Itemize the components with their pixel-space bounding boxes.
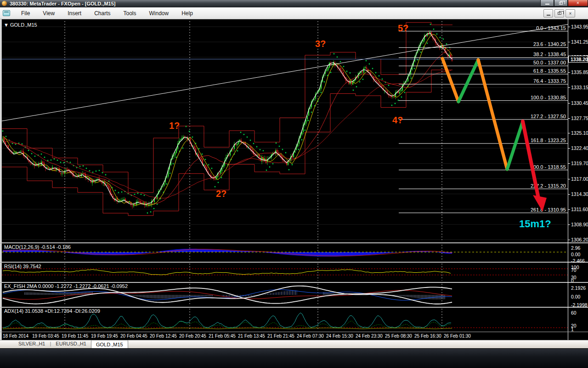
- price-tick-mark: [568, 42, 570, 42]
- window-title: 380330: MetaTrader - FXOpen - [GOLD.,M15…: [10, 1, 115, 6]
- fish-scale-label: 2.1926: [571, 285, 586, 291]
- rsi-scale-label: 0: [571, 278, 574, 283]
- adx-scale-label: 60: [571, 310, 577, 316]
- price-tick-label: 1311.60: [571, 207, 588, 212]
- child-minimize-button[interactable]: [543, 9, 553, 17]
- chart-annotation[interactable]: 5?: [398, 23, 408, 34]
- price-tick-mark: [568, 72, 570, 73]
- fib-level-label: 261.8 - 1310.95: [531, 207, 566, 213]
- price-tick-label: 1343.95: [571, 24, 588, 29]
- fib-level-label: 100.0 - 1330.85: [531, 95, 566, 100]
- price-tick-label: 1306.20: [571, 237, 588, 242]
- menu-charts[interactable]: Charts: [88, 8, 117, 18]
- chart-annotation[interactable]: 15m1?: [519, 218, 551, 230]
- time-label: 19 Feb 11:45: [62, 334, 88, 339]
- time-label: 25 Feb 16:30: [414, 334, 441, 339]
- price-tick-label: 1327.75: [571, 115, 588, 121]
- fisher-label: EX_FISH 2MA 0.0000 -1.2272 -1.2272 -0.06…: [4, 283, 128, 289]
- macd-label: MACD(12,26,9) -0.514 -0.186: [4, 244, 71, 250]
- macd-scale-label: 2.96: [571, 245, 580, 251]
- current-price-box: 1338.20: [568, 56, 588, 63]
- fib-level-label: 61.8 - 1335.55: [533, 68, 566, 74]
- menu-insert[interactable]: Insert: [61, 8, 88, 18]
- fib-level-label: 38.2 - 1338.45: [533, 52, 566, 57]
- price-chart-canvas[interactable]: 0.0 - 1343.1523.6 - 1340.2538.2 - 1338.4…: [2, 19, 568, 242]
- rsi-panel[interactable]: [2, 263, 568, 282]
- price-tick-label: 1325.10: [571, 130, 588, 136]
- time-label: 19 Feb 03:45: [32, 334, 59, 339]
- adx-label: ADX(14) 31.0538 +DI:12.7394 -DI:26.0209: [4, 308, 100, 314]
- metatrader-window: 380330: MetaTrader - FXOpen - [GOLD.,M15…: [0, 0, 588, 368]
- time-label: 24 Feb 15:30: [326, 334, 353, 339]
- price-tick-label: 1341.25: [571, 39, 588, 45]
- price-tick-label: 1314.30: [571, 191, 588, 197]
- fib-level-label: 23.6 - 1340.25: [533, 41, 566, 47]
- price-tick-mark: [568, 27, 570, 27]
- menu-view[interactable]: View: [36, 8, 61, 18]
- price-tick-mark: [568, 194, 570, 195]
- time-label: 24 Feb 07:30: [297, 334, 324, 339]
- price-tick-mark: [568, 87, 570, 88]
- taskbar: e X EN ? ▲ 9:26 26/2/2557: [0, 348, 588, 368]
- fibonacci-retracement[interactable]: 0.0 - 1343.1523.6 - 1340.2538.2 - 1338.4…: [399, 25, 568, 213]
- price-tick-mark: [568, 240, 570, 240]
- time-label: 19 Feb 19:45: [91, 334, 118, 339]
- panel-splitter[interactable]: [0, 242, 588, 243]
- fib-level-label: 200.0 - 1318.55: [531, 164, 566, 170]
- chart-tab-goldm15[interactable]: GOLD.,M15: [91, 340, 128, 348]
- time-label: 25 Feb 08:30: [385, 334, 412, 339]
- price-tick-label: 1308.90: [571, 222, 588, 227]
- chart-tabbar: SILVER.,H1|EURUSD.,H1GOLD.,M15: [0, 340, 588, 348]
- price-tick-mark: [568, 163, 570, 164]
- price-tick-label: 1319.70: [571, 161, 588, 166]
- time-label: 21 Feb 13:45: [238, 334, 265, 339]
- price-tick-mark: [568, 209, 570, 210]
- menu-help[interactable]: Help: [175, 8, 199, 18]
- collapse-arrow-icon: ▼: [4, 22, 10, 28]
- menu-file[interactable]: File: [15, 8, 36, 18]
- rsi-scale-label: 70: [571, 267, 577, 273]
- close-button[interactable]: ×: [568, 0, 588, 6]
- price-tick-mark: [568, 148, 570, 149]
- projection-arrows[interactable]: [442, 58, 547, 212]
- price-tick-mark: [568, 118, 570, 119]
- child-close-button[interactable]: ×: [565, 9, 575, 17]
- chart-tab-silverh1[interactable]: SILVER.,H1: [14, 340, 50, 347]
- chart-tab-eurusdh1[interactable]: EURUSD.,H1: [51, 340, 91, 347]
- fib-level-label: 50.0 - 1337.00: [533, 60, 566, 65]
- child-restore-button[interactable]: [554, 9, 564, 17]
- menubar: FileViewInsertChartsToolsWindowHelp ×: [0, 7, 588, 19]
- macd-scale-label: -2.466: [571, 258, 585, 264]
- symbol-label[interactable]: ▼ GOLD.,M15: [4, 22, 37, 28]
- price-tick-label: 1333.15: [571, 85, 588, 90]
- time-label: 18 Feb 2014: [3, 334, 28, 339]
- rsi-label: RSI(14) 39.7542: [4, 264, 41, 269]
- price-tick-label: 1317.00: [571, 176, 588, 182]
- menu-window[interactable]: Window: [143, 8, 175, 18]
- macd-panel[interactable]: [2, 244, 568, 261]
- price-tick-mark: [568, 133, 570, 133]
- price-tick-label: 1330.45: [571, 100, 588, 106]
- time-axis-separator: [0, 332, 588, 332]
- fish-scale-label: 0.00: [571, 294, 580, 299]
- chart-annotation[interactable]: 4?: [392, 115, 403, 126]
- price-tick-label: 1322.40: [571, 145, 588, 151]
- titlebar: 380330: MetaTrader - FXOpen - [GOLD.,M15…: [0, 0, 588, 7]
- menu-tools[interactable]: Tools: [117, 8, 143, 18]
- chart-annotation[interactable]: 1?: [169, 121, 180, 131]
- chart-annotation[interactable]: 2?: [216, 189, 226, 199]
- macd-scale-label: 0.00: [571, 252, 580, 257]
- app-icon: [2, 1, 7, 6]
- time-label: 26 Feb 01:30: [444, 334, 471, 339]
- minimize-button[interactable]: [540, 0, 554, 6]
- rsi-line: [3, 270, 451, 275]
- fib-level-label: 76.4 - 1333.75: [533, 78, 566, 84]
- fib-level-label: 0.0 - 1343.15: [536, 25, 566, 31]
- price-tick-mark: [568, 179, 570, 179]
- time-label: 20 Feb 12:45: [150, 334, 177, 339]
- chart-annotation[interactable]: 3?: [315, 39, 326, 49]
- price-tick-label: 1335.85: [571, 69, 588, 75]
- fish-scale-label: -2.1998: [571, 302, 588, 308]
- restore-button[interactable]: [554, 0, 568, 6]
- time-label: 24 Feb 23:30: [356, 334, 383, 339]
